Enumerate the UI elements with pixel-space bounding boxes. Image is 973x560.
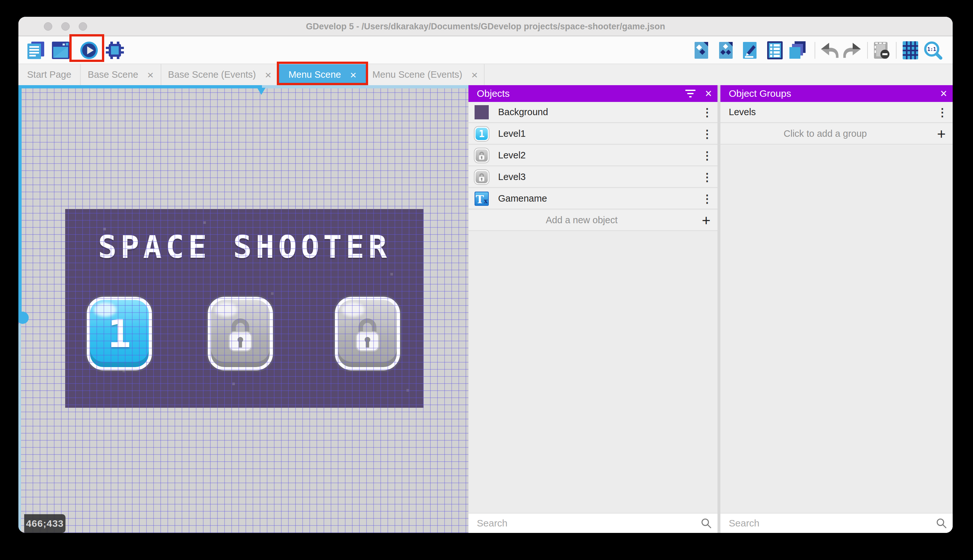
tab-label: Menu Scene — [288, 69, 341, 80]
content-area: SPACE SHOOTER 1 — [18, 85, 953, 533]
tab-menu-scene[interactable]: Menu Scene × — [279, 64, 366, 85]
scene-editor-canvas[interactable]: SPACE SHOOTER 1 — [18, 85, 468, 533]
scene-stars-decoration — [65, 209, 67, 210]
debugger-button[interactable] — [105, 41, 124, 60]
objects-panel-title: Objects — [477, 88, 681, 99]
text-object-icon: Tx — [474, 191, 489, 206]
level1-button-object[interactable]: 1 — [87, 297, 152, 370]
preview-play-button[interactable] — [80, 41, 98, 60]
object-name: Gamename — [498, 193, 697, 204]
title-bar: GDevelop 5 - /Users/dkarakay/Documents/G… — [18, 17, 953, 36]
locked-level-object-icon — [474, 148, 489, 163]
toggle-object-groups-panel-button[interactable] — [716, 41, 735, 60]
object-row-level2[interactable]: Level2 ⋮ — [468, 145, 718, 166]
grid-icon — [903, 41, 918, 59]
project-manager-button[interactable] — [27, 41, 45, 60]
object-row-gamename[interactable]: Tx Gamename ⋮ — [468, 188, 718, 209]
objects-panel: Objects × Background ⋮ 1 Level1 ⋮ — [468, 85, 718, 533]
object-row-level3[interactable]: Level3 ⋮ — [468, 167, 718, 188]
toggle-mask-button[interactable] — [873, 41, 891, 60]
game-scene-viewport[interactable]: SPACE SHOOTER 1 — [65, 209, 423, 408]
toggle-objects-panel-button[interactable] — [692, 41, 711, 60]
scene-window-icon — [52, 42, 69, 59]
tab-label: Base Scene — [88, 69, 138, 80]
level1-digit: 1 — [108, 311, 131, 356]
horizontal-scrollbar[interactable] — [18, 85, 262, 88]
object-row-level1[interactable]: 1 Level1 ⋮ — [468, 123, 718, 145]
vertical-scrollbar-track[interactable] — [18, 324, 21, 533]
window-title: GDevelop 5 - /Users/dkarakay/Documents/G… — [18, 17, 953, 36]
object-name: Level2 — [498, 150, 697, 161]
mask-icon — [873, 41, 891, 59]
search-icon — [695, 518, 718, 529]
object-menu-button[interactable]: ⋮ — [697, 127, 718, 140]
vertical-scrollbar-knob[interactable] — [18, 312, 29, 324]
debug-icon — [106, 41, 124, 60]
toolbar-separator — [867, 42, 868, 59]
undo-icon — [820, 42, 838, 59]
desktop-background: GDevelop 5 - /Users/dkarakay/Documents/G… — [0, 0, 973, 560]
filter-button[interactable] — [681, 85, 700, 102]
open-scene-window-button[interactable] — [51, 41, 70, 60]
tab-base-scene-events[interactable]: Base Scene (Events) × — [161, 64, 279, 85]
play-icon — [80, 41, 98, 60]
horizontal-scrollbar-track[interactable] — [262, 85, 468, 88]
tab-close-icon[interactable]: × — [350, 69, 357, 80]
panel-divider[interactable] — [718, 85, 720, 533]
tab-base-scene[interactable]: Base Scene × — [81, 64, 161, 85]
object-menu-button[interactable]: ⋮ — [697, 149, 718, 162]
tab-menu-scene-events[interactable]: Menu Scene (Events) × — [366, 64, 485, 85]
objects-panel-close-button[interactable]: × — [700, 85, 718, 102]
level2-locked-button-object[interactable] — [208, 297, 273, 370]
object-groups-panel-title: Object Groups — [729, 88, 935, 99]
tab-close-icon[interactable]: × — [265, 69, 271, 80]
groups-search-input[interactable] — [729, 518, 930, 529]
object-menu-button[interactable]: ⋮ — [697, 192, 718, 205]
toggle-instances-panel-button[interactable] — [766, 41, 784, 60]
undo-button[interactable] — [820, 41, 838, 60]
object-menu-button[interactable]: ⋮ — [697, 171, 718, 183]
add-group-row[interactable]: Click to add a group + — [720, 123, 953, 145]
redo-button[interactable] — [843, 41, 862, 60]
object-groups-panel: Object Groups × Levels ⋮ Click to add a … — [720, 85, 953, 533]
toggle-grid-button[interactable] — [901, 41, 920, 60]
zoom-original-button[interactable]: 1:1 — [924, 41, 942, 60]
locked-level-object-icon — [474, 170, 489, 185]
tab-start-page[interactable]: Start Page — [18, 64, 81, 85]
object-name: Level1 — [498, 128, 697, 139]
add-object-row[interactable]: Add a new object + — [468, 210, 718, 231]
objects-panel-icon — [694, 41, 709, 59]
objects-search-input[interactable] — [477, 518, 695, 529]
vertical-scrollbar[interactable] — [18, 85, 22, 313]
groups-search-bar — [720, 513, 953, 533]
add-object-label: Add a new object — [468, 215, 695, 225]
lock-icon — [223, 313, 257, 353]
add-group-label: Click to add a group — [720, 128, 930, 139]
svg-text:1:1: 1:1 — [927, 47, 936, 52]
plus-icon[interactable]: + — [695, 212, 718, 229]
object-row-background[interactable]: Background ⋮ — [468, 102, 718, 123]
tab-label: Start Page — [27, 69, 71, 80]
editor-tab-bar: Start Page Base Scene × Base Scene (Even… — [18, 63, 953, 85]
zoom-1-1-icon: 1:1 — [924, 41, 942, 60]
redo-icon — [843, 42, 862, 59]
level3-locked-button-object[interactable] — [335, 297, 400, 370]
toggle-layers-panel-button[interactable] — [788, 41, 807, 60]
toolbar-separator — [815, 42, 815, 59]
plus-icon[interactable]: + — [930, 125, 953, 143]
tab-label: Menu Scene (Events) — [372, 69, 462, 80]
instances-list-icon — [767, 41, 783, 59]
group-name: Levels — [729, 107, 932, 117]
tab-close-icon[interactable]: × — [147, 69, 153, 80]
toggle-properties-panel-button[interactable] — [740, 41, 759, 60]
group-menu-button[interactable]: ⋮ — [932, 106, 953, 119]
properties-panel-icon — [742, 41, 757, 59]
scene-title-text-object[interactable]: SPACE SHOOTER — [65, 229, 423, 265]
horizontal-scrollbar-marker[interactable] — [257, 88, 265, 95]
object-menu-button[interactable]: ⋮ — [697, 106, 718, 119]
object-groups-panel-close-button[interactable]: × — [935, 85, 953, 102]
group-row-levels[interactable]: Levels ⋮ — [720, 102, 953, 123]
object-name: Background — [498, 107, 697, 117]
gdevelop-window: GDevelop 5 - /Users/dkarakay/Documents/G… — [18, 17, 953, 533]
tab-close-icon[interactable]: × — [472, 69, 478, 80]
